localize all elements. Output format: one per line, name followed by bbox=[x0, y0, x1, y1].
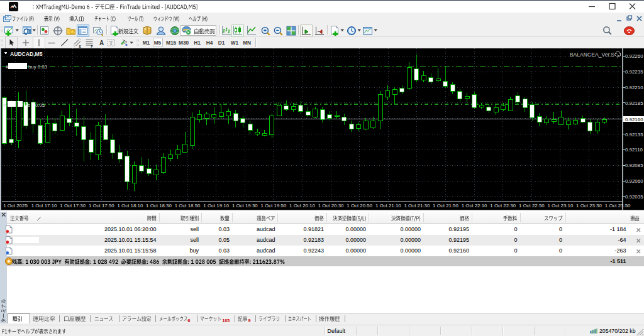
svg-text:0.92085: 0.92085 bbox=[625, 163, 643, 168]
svg-text:0.92110: 0.92110 bbox=[625, 147, 643, 153]
svg-text:1 Oct 22:30: 1 Oct 22:30 bbox=[490, 203, 516, 209]
svg-text:1 Oct 23:50: 1 Oct 23:50 bbox=[605, 203, 631, 209]
svg-text:s: s bbox=[28, 102, 30, 108]
svg-text:1 Oct 18:50: 1 Oct 18:50 bbox=[175, 203, 201, 209]
svg-text:1 Oct 21:30: 1 Oct 21:30 bbox=[404, 203, 430, 209]
svg-text:0.92260: 0.92260 bbox=[625, 53, 643, 59]
svg-text:1 Oct 17:30: 1 Oct 17:30 bbox=[60, 203, 86, 209]
svg-text:1 Oct 18:10: 1 Oct 18:10 bbox=[118, 203, 143, 209]
svg-text:BALANCEA_Ver.S: BALANCEA_Ver.S bbox=[570, 51, 614, 58]
svg-text:0.92160: 0.92160 bbox=[625, 117, 643, 122]
svg-text:1 Oct 17:50: 1 Oct 17:50 bbox=[89, 203, 114, 209]
svg-text:E: E bbox=[79, 45, 82, 48]
svg-text:0.92035: 0.92035 bbox=[625, 194, 643, 200]
svg-text:0.05: 0.05 bbox=[35, 102, 45, 108]
svg-text:1 Oct 20:50: 1 Oct 20:50 bbox=[347, 203, 372, 209]
svg-text:1 Oct 21:50: 1 Oct 21:50 bbox=[433, 203, 458, 209]
svg-text:AUDCAD,M5: AUDCAD,M5 bbox=[10, 51, 43, 57]
svg-text:1 Oct 23:30: 1 Oct 23:30 bbox=[576, 203, 602, 209]
svg-text:0.92235: 0.92235 bbox=[625, 69, 643, 75]
svg-text:1 Oct 21:10: 1 Oct 21:10 bbox=[375, 203, 401, 209]
svg-text:0.92135: 0.92135 bbox=[625, 132, 643, 138]
svg-text:1 Oct 2025: 1 Oct 2025 bbox=[3, 203, 28, 209]
svg-text:1 Oct 20:10: 1 Oct 20:10 bbox=[289, 203, 315, 209]
svg-text:1 Oct 18:30: 1 Oct 18:30 bbox=[146, 203, 172, 209]
svg-text:1 Oct 20:30: 1 Oct 20:30 bbox=[318, 203, 344, 209]
svg-text:0.92210: 0.92210 bbox=[625, 85, 643, 90]
svg-text:1 Oct 19:30: 1 Oct 19:30 bbox=[232, 203, 258, 209]
svg-text:T: T bbox=[109, 40, 113, 46]
svg-text:1 Oct 22:10: 1 Oct 22:10 bbox=[462, 203, 487, 209]
svg-text:#: # bbox=[3, 102, 6, 108]
svg-text:F: F bbox=[91, 45, 94, 48]
svg-text:1 Oct 19:50: 1 Oct 19:50 bbox=[261, 203, 287, 209]
svg-text:1 Oct 19:10: 1 Oct 19:10 bbox=[203, 203, 229, 209]
svg-text:0.92060: 0.92060 bbox=[625, 178, 643, 184]
svg-text:0.92185: 0.92185 bbox=[625, 100, 643, 106]
svg-text:1 Oct 23:10: 1 Oct 23:10 bbox=[548, 203, 574, 209]
svg-text:buy 0.03: buy 0.03 bbox=[28, 64, 47, 70]
svg-text:1 Oct 22:50: 1 Oct 22:50 bbox=[519, 203, 545, 209]
svg-text:1 Oct 17:10: 1 Oct 17:10 bbox=[31, 203, 57, 209]
